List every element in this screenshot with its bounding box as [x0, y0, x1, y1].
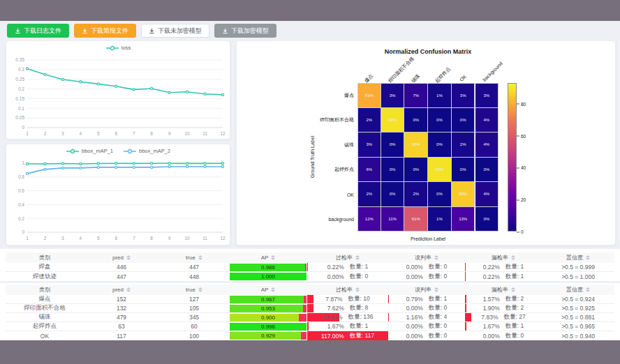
- column-header[interactable]: 漏检率: [465, 252, 542, 263]
- legend-item[interactable]: bbox_mAP_2: [123, 148, 170, 154]
- rate-cell: 0.22%数量: 1: [465, 272, 542, 281]
- sort-icon[interactable]: [511, 255, 515, 260]
- download-log-button[interactable]: 下载日志文件: [7, 24, 69, 38]
- sort-icon[interactable]: [198, 287, 202, 292]
- column-header[interactable]: 漏检率: [465, 285, 542, 295]
- svg-text:5: 5: [97, 131, 100, 136]
- matrix-cell: 0%: [381, 132, 405, 158]
- rate-percent: 117.00%: [321, 333, 344, 340]
- pred-count: 152: [84, 295, 159, 303]
- rate-count: 数量: 1: [505, 322, 524, 331]
- svg-text:9: 9: [168, 131, 171, 136]
- matrix-cell: 1%: [428, 83, 452, 108]
- column-header[interactable]: true: [159, 252, 229, 263]
- colorbar-tick: 20: [521, 197, 526, 202]
- sort-icon[interactable]: [434, 255, 438, 260]
- ap-cell: 0.967: [229, 295, 307, 303]
- legend-item[interactable]: bbox_mAP_1: [66, 148, 113, 154]
- column-header[interactable]: 误判率: [388, 285, 465, 295]
- column-header[interactable]: 置信度: [542, 285, 614, 295]
- pred-count: 117: [84, 331, 159, 340]
- rate-count: 数量: 0: [429, 332, 447, 340]
- column-header[interactable]: 置信度: [542, 252, 614, 263]
- rate-percent: 1.67%: [327, 323, 344, 330]
- sort-icon[interactable]: [434, 287, 438, 292]
- rate-bar: [307, 304, 313, 312]
- rate-bar: [465, 295, 466, 303]
- sort-icon[interactable]: [586, 287, 590, 292]
- svg-text:8: 8: [150, 131, 153, 136]
- rate-count: 数量: 117: [350, 332, 374, 340]
- rate-count: 数量: 27: [503, 313, 525, 321]
- true-count: 100: [159, 331, 229, 340]
- column-header[interactable]: pred: [84, 252, 159, 263]
- legend-label: loss: [121, 45, 131, 51]
- matrix-cell: 3%: [357, 132, 381, 158]
- confusion-matrix-title: Normalized Confusion Matrix: [385, 48, 472, 55]
- sort-icon[interactable]: [511, 287, 515, 292]
- rate-cell: 1.57%数量: 2: [465, 295, 542, 303]
- column-header[interactable]: AP: [229, 252, 307, 263]
- download-encrypted-model-label: 下载加密模型: [231, 26, 269, 36]
- svg-text:7: 7: [133, 131, 135, 136]
- rate-cell: 7.83%数量: 27: [465, 313, 542, 321]
- download-report-button[interactable]: 下载简报文件: [74, 24, 136, 38]
- pred-count: 447: [84, 272, 159, 281]
- pred-count: 132: [84, 304, 159, 312]
- loss-chart-card: loss 00.050.10.150.20.250.30.35123456789…: [6, 40, 230, 139]
- class-name: 焊缝轨迹: [6, 272, 84, 281]
- sort-icon[interactable]: [198, 255, 202, 260]
- svg-text:10: 10: [184, 131, 190, 136]
- matrix-col-label: OK: [459, 74, 467, 82]
- rate-count: 数量: 1: [429, 295, 447, 303]
- svg-text:0.05: 0.05: [15, 115, 24, 120]
- rate-cell: 7.62%数量: 8: [307, 304, 388, 312]
- colorbar-tick: 60: [521, 133, 526, 138]
- svg-text:1: 1: [26, 236, 29, 241]
- class-name: 起焊炸点: [6, 322, 84, 331]
- rate-count: 数量: 0: [429, 322, 447, 331]
- matrix-cell: 12%: [357, 207, 381, 232]
- column-header[interactable]: AP: [229, 285, 307, 295]
- legend-label: bbox_mAP_2: [139, 148, 170, 154]
- sort-icon[interactable]: [355, 255, 360, 260]
- sort-icon[interactable]: [126, 255, 131, 260]
- sort-icon[interactable]: [586, 255, 590, 260]
- column-header[interactable]: 过检率: [307, 285, 388, 295]
- column-header[interactable]: true: [159, 285, 229, 295]
- svg-text:0.2: 0.2: [18, 216, 24, 221]
- rate-cell: 0.00%数量: 0: [388, 331, 465, 340]
- rate-cell: 117.00%数量: 117: [307, 331, 388, 340]
- legend-marker-icon: [105, 45, 119, 51]
- confidence-value: >0.5 = 1.000: [542, 272, 614, 281]
- column-header: 类别: [6, 285, 84, 295]
- column-header[interactable]: 过检率: [307, 252, 388, 263]
- class-name: 锡珠: [6, 313, 84, 321]
- rate-bar: [307, 331, 388, 340]
- rate-bar: [307, 295, 313, 303]
- rate-percent: 0.22%: [327, 264, 344, 271]
- ap-bar: 0.900: [230, 314, 307, 321]
- matrix-cell: 4%: [475, 108, 499, 133]
- matrix-cell: 0%: [428, 108, 452, 133]
- rate-count: 数量: 1: [350, 263, 368, 271]
- sort-icon[interactable]: [271, 287, 275, 292]
- svg-text:2: 2: [44, 131, 47, 136]
- legend-item[interactable]: loss: [105, 45, 131, 51]
- download-encrypted-model-button[interactable]: 下载加密模型: [214, 24, 276, 38]
- matrix-cell: 89%: [452, 182, 475, 207]
- sort-icon[interactable]: [126, 287, 131, 292]
- svg-text:0.4: 0.4: [18, 202, 24, 207]
- matrix-row-label: 锡珠: [237, 142, 354, 149]
- svg-text:7: 7: [133, 236, 135, 241]
- svg-text:0.1: 0.1: [18, 106, 24, 111]
- download-plain-model-button[interactable]: 下载未加密模型: [141, 24, 209, 38]
- sort-icon[interactable]: [271, 255, 275, 260]
- sort-icon[interactable]: [355, 287, 360, 292]
- ap-cell: 0.986: [229, 263, 307, 271]
- rate-count: 数量: 136: [348, 313, 373, 321]
- true-count: 105: [159, 304, 229, 312]
- confidence-value: >0.5 = 0.925: [542, 304, 614, 312]
- column-header[interactable]: 误判率: [388, 252, 465, 263]
- column-header[interactable]: pred: [84, 285, 159, 295]
